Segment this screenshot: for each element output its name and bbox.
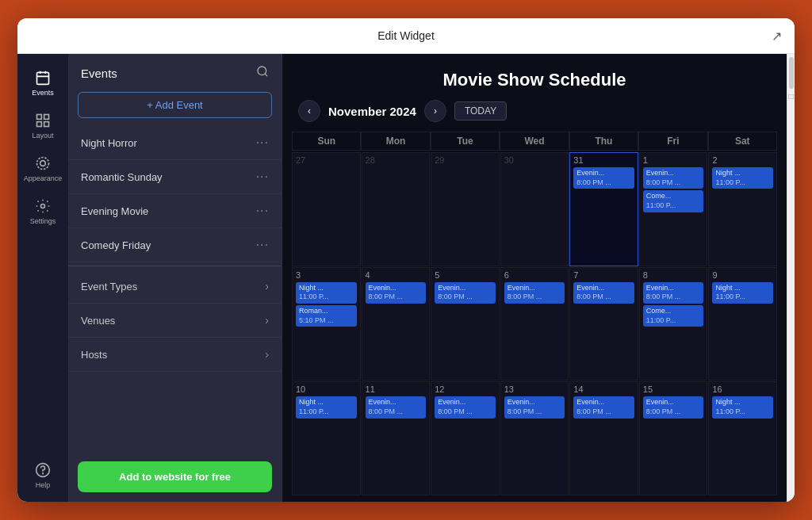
- nav-item-hosts[interactable]: Hosts ›: [68, 338, 282, 372]
- day-header-sun: Sun: [292, 132, 361, 151]
- icon-sidebar: Events Layout Appearance Settings Help: [17, 54, 68, 502]
- cal-cell-16: 16 Night ...11:00 P...: [708, 381, 777, 495]
- cal-cell-3: 3 Night ...11:00 P... Roman...5:10 PM ..…: [292, 267, 361, 381]
- sidebar-item-events[interactable]: Events: [17, 62, 68, 105]
- add-to-website-button[interactable]: Add to website for free: [78, 461, 272, 492]
- event-menu-dots[interactable]: ···: [256, 204, 269, 218]
- svg-rect-5: [44, 115, 49, 120]
- calendar-week-3: 10 Night ...11:00 P... 11 Evenin...8:00 …: [292, 381, 777, 495]
- cal-date: 30: [504, 155, 565, 165]
- event-chip[interactable]: Night ...11:00 P...: [712, 167, 773, 189]
- event-chip[interactable]: Night ...11:00 P...: [712, 282, 773, 304]
- event-item-evening-movie[interactable]: Evening Movie ···: [68, 194, 282, 228]
- cal-cell-1: 1 Evenin...8:00 PM ... Come...11:00 P...: [639, 152, 708, 266]
- cal-cell-7: 7 Evenin...8:00 PM ...: [569, 267, 638, 381]
- svg-rect-0: [37, 72, 49, 84]
- cal-cell-14: 14 Evenin...8:00 PM ...: [569, 381, 638, 495]
- chevron-right-icon: ›: [265, 314, 269, 327]
- event-chip[interactable]: Evenin...8:00 PM ...: [643, 282, 704, 304]
- sidebar-item-help[interactable]: Help: [17, 454, 68, 502]
- next-month-button[interactable]: ›: [424, 100, 446, 122]
- cal-cell-10: 10 Night ...11:00 P...: [292, 381, 361, 495]
- cal-date: 29: [435, 155, 496, 165]
- cal-date: 10: [296, 384, 357, 394]
- event-chip[interactable]: Evenin...8:00 PM ...: [435, 396, 496, 418]
- event-chip[interactable]: Evenin...8:00 PM ...: [573, 396, 634, 418]
- cal-cell-4: 4 Evenin...8:00 PM ...: [362, 267, 431, 381]
- calendar-area: Movie Show Schedule ‹ November 2024 › TO…: [282, 54, 787, 502]
- cal-cell-6: 6 Evenin...8:00 PM ...: [500, 267, 569, 381]
- expand-icon[interactable]: ↗: [772, 29, 782, 44]
- cal-cell-11: 11 Evenin...8:00 PM ...: [362, 381, 431, 495]
- calendar-grid: Sun Mon Tue Wed Thu Fri Sat 27 2: [282, 132, 787, 502]
- event-menu-dots[interactable]: ···: [256, 136, 269, 150]
- cal-cell-12: 12 Evenin...8:00 PM ...: [431, 381, 500, 495]
- cal-date: 7: [573, 270, 634, 280]
- modal-title: Edit Widget: [377, 29, 435, 42]
- event-chip[interactable]: Evenin...8:00 PM ...: [573, 282, 634, 304]
- cal-cell-30: 30: [500, 152, 569, 266]
- event-item-comedy-friday[interactable]: Comedy Friday ···: [68, 228, 282, 262]
- cal-date: 1: [643, 155, 704, 165]
- right-scrollbar[interactable]: □: [787, 54, 795, 502]
- event-item-romantic-sunday[interactable]: Romantic Sunday ···: [68, 160, 282, 194]
- cal-date: 15: [643, 384, 704, 394]
- event-chip[interactable]: Evenin...8:00 PM ...: [366, 396, 427, 418]
- cal-date: 8: [643, 270, 704, 280]
- cal-date: 31: [573, 155, 634, 165]
- today-button[interactable]: TODAY: [454, 101, 507, 120]
- day-headers: Sun Mon Tue Wed Thu Fri Sat: [292, 132, 777, 151]
- calendar-week-1: 27 28 29 30 31 Evenin...8:: [292, 152, 777, 266]
- device-icon: □: [788, 92, 793, 101]
- svg-point-12: [43, 473, 44, 474]
- prev-month-button[interactable]: ‹: [298, 100, 320, 122]
- calendar-weeks: 27 28 29 30 31 Evenin...8:: [292, 152, 777, 495]
- event-chip[interactable]: Evenin...8:00 PM ...: [504, 282, 565, 304]
- scroll-thumb: [789, 57, 794, 89]
- events-nav-label: Events: [32, 89, 54, 97]
- day-header-sat: Sat: [708, 132, 777, 151]
- left-panel-header: Events: [68, 54, 282, 89]
- cal-date: 14: [573, 384, 634, 394]
- calendar-week-2: 3 Night ...11:00 P... Roman...5:10 PM ..…: [292, 267, 777, 381]
- cal-cell-31: 31 Evenin...8:00 PM ...: [569, 152, 638, 266]
- event-name: Night Horror: [81, 137, 137, 149]
- svg-rect-6: [37, 122, 42, 127]
- svg-line-14: [265, 74, 267, 76]
- cal-cell-29: 29: [431, 152, 500, 266]
- day-header-thu: Thu: [569, 132, 638, 151]
- add-event-button[interactable]: + Add Event: [78, 92, 272, 118]
- modal-body: Events Layout Appearance Settings Help: [17, 54, 795, 502]
- day-header-wed: Wed: [500, 132, 569, 151]
- event-chip[interactable]: Evenin...8:00 PM ...: [504, 396, 565, 418]
- sidebar-item-layout[interactable]: Layout: [17, 105, 68, 147]
- event-chip[interactable]: Roman...5:10 PM ...: [296, 305, 357, 327]
- search-icon[interactable]: [256, 65, 269, 81]
- event-menu-dots[interactable]: ···: [256, 170, 269, 184]
- sidebar-item-settings[interactable]: Settings: [17, 190, 68, 233]
- appearance-nav-label: Appearance: [24, 174, 63, 182]
- event-chip[interactable]: Evenin...8:00 PM ...: [643, 396, 704, 418]
- nav-item-event-types[interactable]: Event Types ›: [68, 270, 282, 304]
- event-chip[interactable]: Night ...11:00 P...: [296, 282, 357, 304]
- event-item-night-horror[interactable]: Night Horror ···: [68, 126, 282, 160]
- svg-rect-4: [37, 115, 42, 120]
- event-chip[interactable]: Evenin...8:00 PM ...: [366, 282, 427, 304]
- nav-item-venues[interactable]: Venues ›: [68, 304, 282, 338]
- chevron-right-icon: ›: [265, 348, 269, 361]
- event-chip[interactable]: Come...11:00 P...: [643, 190, 704, 212]
- nav-item-label: Hosts: [81, 349, 107, 361]
- cal-cell-15: 15 Evenin...8:00 PM ...: [639, 381, 708, 495]
- sidebar-item-appearance[interactable]: Appearance: [17, 147, 68, 190]
- event-chip[interactable]: Evenin...8:00 PM ...: [643, 167, 704, 189]
- nav-item-label: Event Types: [81, 281, 137, 292]
- cal-date: 16: [712, 384, 773, 394]
- event-chip[interactable]: Night ...11:00 P...: [296, 396, 357, 418]
- svg-point-13: [258, 67, 266, 75]
- cal-date: 13: [504, 384, 565, 394]
- event-chip[interactable]: Night ...11:00 P...: [712, 396, 773, 418]
- event-menu-dots[interactable]: ···: [256, 238, 269, 252]
- event-chip[interactable]: Come...11:00 P...: [643, 305, 704, 327]
- event-chip[interactable]: Evenin...8:00 PM ...: [435, 282, 496, 304]
- event-chip[interactable]: Evenin...8:00 PM ...: [573, 167, 634, 189]
